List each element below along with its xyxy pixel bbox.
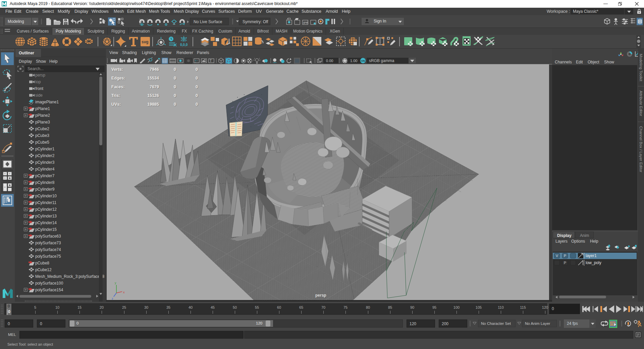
- svg-text:ON: ON: [361, 59, 365, 62]
- svg-text:1.00: 1.00: [350, 59, 357, 63]
- svg-text:+: +: [4, 177, 6, 180]
- svg-text:+: +: [4, 186, 6, 189]
- svg-text:persp: persp: [315, 293, 326, 298]
- svg-text:IPR: IPR: [303, 21, 309, 24]
- svg-text:+: +: [4, 172, 6, 176]
- svg-text:0,0,0: 0,0,0: [180, 43, 188, 47]
- svg-text:z: z: [112, 297, 113, 300]
- svg-text:sRGB gamma: sRGB gamma: [369, 58, 394, 63]
- svg-text:0.00: 0.00: [326, 59, 333, 63]
- svg-text:y: y: [115, 281, 116, 285]
- svg-text:x: x: [123, 291, 125, 294]
- svg-text:svg: svg: [142, 40, 149, 44]
- svg-text:T: T: [210, 59, 212, 63]
- svg-text:+: +: [9, 172, 10, 176]
